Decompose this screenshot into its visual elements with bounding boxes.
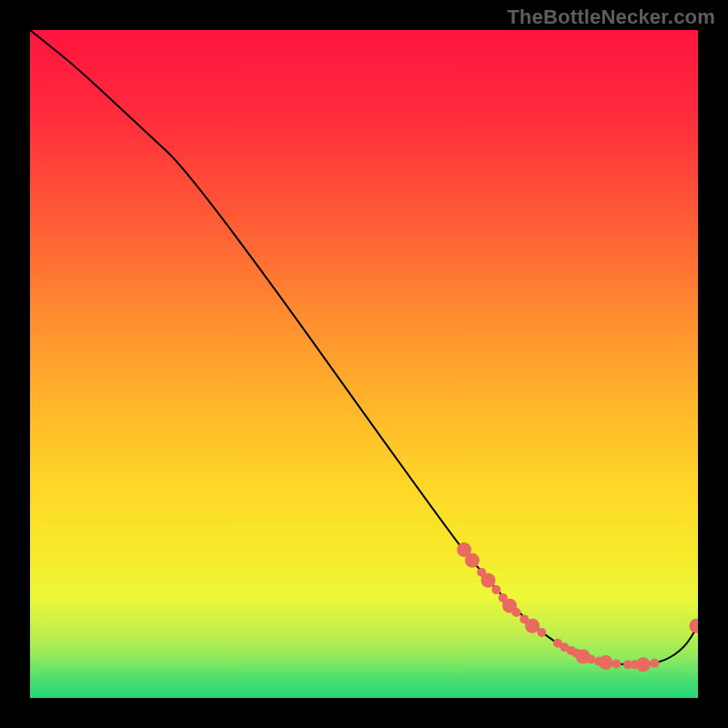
gradient-background [30, 30, 698, 698]
plot-svg [30, 30, 698, 698]
highlight-point [599, 655, 613, 670]
highlight-point [511, 608, 521, 617]
chart-stage: TheBottleNecker.com [0, 0, 728, 728]
highlight-point [612, 660, 621, 669]
highlight-point [587, 654, 596, 663]
watermark-label: TheBottleNecker.com [507, 5, 715, 29]
highlight-point [481, 573, 496, 588]
highlight-point [650, 659, 659, 668]
highlight-point [636, 657, 651, 672]
highlight-point [465, 553, 480, 568]
highlight-point [537, 628, 546, 637]
highlight-point [491, 585, 500, 594]
plot-area [30, 30, 698, 698]
